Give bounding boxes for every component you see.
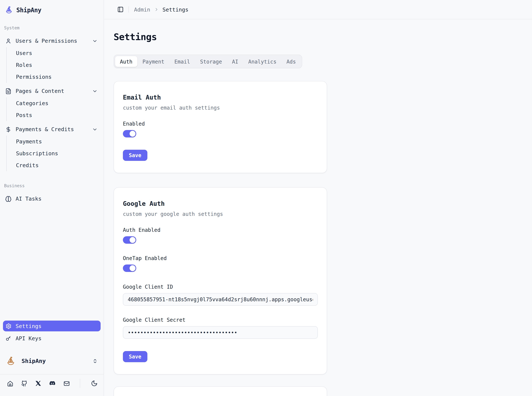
- google-client-secret-input[interactable]: [123, 326, 318, 339]
- settings-content: Settings Auth Payment Email Storage AI A…: [104, 19, 532, 396]
- sidebar-item-label: Roles: [16, 62, 32, 68]
- subnav-pages-content: Categories Posts: [6, 97, 101, 121]
- sidebar-item-label: Users: [16, 50, 32, 56]
- subnav-payments-credits: Payments Subscriptions Credits: [6, 136, 101, 171]
- subnav-users-permissions: Users Roles Permissions: [6, 47, 101, 83]
- tab-analytics[interactable]: Analytics: [244, 56, 281, 67]
- google-onetap-toggle[interactable]: [123, 264, 136, 272]
- users-icon: [5, 38, 11, 44]
- sidebar-item-label: Settings: [16, 323, 42, 329]
- chevron-down-icon: [92, 88, 98, 94]
- sidebar-item-users[interactable]: Users: [16, 47, 101, 59]
- email-auth-card: Email Auth custom your email auth settin…: [114, 81, 327, 173]
- main-area: Admin Settings Settings Auth Payment Ema…: [104, 0, 532, 396]
- tab-ads[interactable]: Ads: [282, 56, 301, 67]
- sidebar-item-label: Pages & Content: [16, 88, 64, 94]
- sidebar-item-pages-content[interactable]: Pages & Content: [3, 85, 101, 97]
- sidebar-item-label: Posts: [16, 112, 32, 118]
- github-auth-card: Github Auth custom your github auth sett…: [114, 386, 327, 396]
- sidebar-item-label: Users & Permissions: [16, 38, 77, 44]
- github-icon[interactable]: [21, 380, 28, 386]
- section-label-business: Business: [3, 183, 101, 188]
- sidebar-nav-business: AI Tasks: [3, 193, 101, 205]
- gear-icon: [6, 323, 11, 329]
- workspace-name: ShipAny: [22, 358, 46, 364]
- tab-storage[interactable]: Storage: [195, 56, 227, 67]
- brand: ShipAny: [3, 4, 101, 16]
- discord-icon[interactable]: [49, 380, 56, 387]
- key-icon: [6, 335, 11, 341]
- section-label-system: System: [3, 25, 101, 30]
- home-icon[interactable]: [7, 380, 13, 386]
- sidebar-footer-icons: [3, 375, 101, 391]
- google-auth-card: Google Auth custom your google auth sett…: [114, 187, 327, 374]
- sidebar-item-permissions[interactable]: Permissions: [16, 71, 101, 83]
- dollar-icon: [5, 126, 11, 132]
- chevrons-up-down-icon: [92, 358, 98, 364]
- sidebar-item-roles[interactable]: Roles: [16, 59, 101, 71]
- breadcrumb-admin[interactable]: Admin: [134, 6, 150, 12]
- sidebar-bottom-nav: Settings API Keys: [3, 320, 101, 344]
- footer-icon-divider: [80, 379, 80, 388]
- sidebar-item-settings[interactable]: Settings: [3, 320, 101, 331]
- email-enabled-toggle[interactable]: [123, 130, 136, 137]
- card-title: Email Auth: [123, 94, 318, 101]
- sidebar-item-payments-credits[interactable]: Payments & Credits: [3, 123, 101, 135]
- sidebar-item-label: Subscriptions: [16, 151, 58, 156]
- sidebar-item-label: Payments: [16, 139, 42, 145]
- breadcrumb: Admin Settings: [134, 6, 189, 12]
- moon-icon[interactable]: [91, 380, 98, 387]
- topbar-divider: [128, 6, 129, 13]
- file-text-icon: [5, 88, 11, 94]
- google-client-secret-label: Google Client Secret: [123, 317, 318, 323]
- chevron-down-icon: [92, 127, 98, 132]
- mail-icon[interactable]: [63, 380, 70, 386]
- brain-icon: [5, 196, 11, 202]
- panel-left-icon[interactable]: [117, 6, 124, 13]
- topbar: Admin Settings: [104, 0, 532, 19]
- card-subtitle: custom your email auth settings: [123, 105, 318, 111]
- sidebar-item-api-keys[interactable]: API Keys: [3, 333, 101, 344]
- toggle-knob: [130, 265, 136, 271]
- sailboat-icon: [5, 6, 13, 14]
- sidebar-item-subscriptions[interactable]: Subscriptions: [16, 147, 101, 159]
- google-auth-enabled-toggle[interactable]: [123, 236, 136, 244]
- sidebar-item-categories[interactable]: Categories: [16, 97, 101, 109]
- sidebar-item-ai-tasks[interactable]: AI Tasks: [3, 193, 101, 205]
- sidebar-nav-system: Users & Permissions Users Roles Permissi…: [3, 35, 101, 174]
- sidebar-footer-divider: [0, 374, 103, 374]
- google-client-id-input[interactable]: [123, 293, 318, 306]
- toggle-knob: [130, 237, 136, 243]
- sidebar-spacer: [3, 205, 101, 320]
- chevron-right-icon: [154, 7, 159, 12]
- sidebar-item-posts[interactable]: Posts: [16, 109, 101, 121]
- tab-payment[interactable]: Payment: [137, 56, 169, 67]
- save-button[interactable]: Save: [123, 150, 147, 161]
- sidebar: ShipAny System Users & Permissions Users…: [0, 0, 104, 396]
- sidebar-item-label: Credits: [16, 162, 39, 168]
- enabled-label: Enabled: [123, 121, 318, 127]
- tab-email[interactable]: Email: [170, 56, 195, 67]
- card-subtitle: custom your google auth settings: [123, 211, 318, 217]
- auth-enabled-label: Auth Enabled: [123, 227, 318, 233]
- card-title: Google Auth: [123, 200, 318, 207]
- sidebar-item-label: Payments & Credits: [16, 126, 74, 132]
- sidebar-item-label: API Keys: [16, 335, 42, 341]
- workspace-switcher[interactable]: ShipAny: [3, 353, 101, 369]
- sidebar-item-users-permissions[interactable]: Users & Permissions: [3, 35, 101, 47]
- breadcrumb-settings: Settings: [162, 6, 189, 12]
- brand-name: ShipAny: [16, 6, 41, 14]
- save-button[interactable]: Save: [123, 351, 147, 362]
- chevron-down-icon: [92, 38, 98, 44]
- sidebar-item-payments[interactable]: Payments: [16, 136, 101, 147]
- sidebar-item-label: AI Tasks: [16, 196, 42, 202]
- settings-tabs: Auth Payment Email Storage AI Analytics …: [114, 55, 302, 68]
- sidebar-item-credits[interactable]: Credits: [16, 159, 101, 171]
- tab-auth[interactable]: Auth: [115, 56, 137, 67]
- sidebar-item-label: Permissions: [16, 74, 51, 80]
- sailboat-icon: [6, 356, 16, 366]
- sidebar-item-label: Categories: [16, 100, 48, 106]
- page-title: Settings: [114, 32, 532, 42]
- tab-ai[interactable]: AI: [227, 56, 243, 67]
- x-icon[interactable]: [35, 380, 41, 386]
